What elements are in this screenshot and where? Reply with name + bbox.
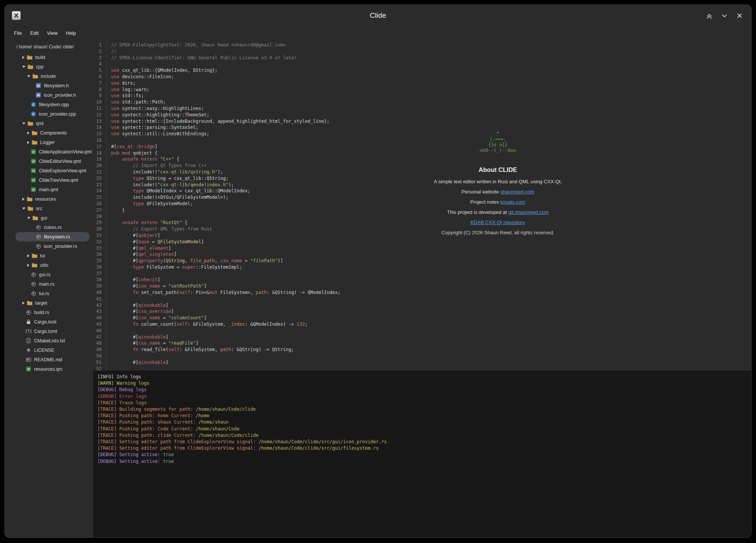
tree-item-target[interactable]: target [15,298,90,308]
line-number: 18 [93,150,106,156]
tree-item-clideapplicationview-qml[interactable]: QtClideApplicationView.qml [15,147,90,156]
tree-item-resources[interactable]: resources [15,194,90,204]
menu-file[interactable]: File [10,29,26,37]
chevron-right-icon[interactable] [27,264,29,267]
chevron-down-icon[interactable] [22,207,25,210]
tree-item-cargo-toml[interactable]: [T]Cargo.toml [15,326,90,336]
link-git-shaunreed-com[interactable]: git.shaunreed.com [508,209,549,215]
tree-item-icon-provider-cpp[interactable]: Cicon_provider.cpp [15,109,90,119]
code-line-text [106,353,111,359]
menu-view[interactable]: View [43,29,61,37]
tree-item-license[interactable]: LICENSE [15,345,90,355]
code-line-text: unsafe extern "RustQt" { [106,220,187,226]
code-line: 51 #[qinvokable] [93,359,751,366]
line-number: 52 [93,366,106,371]
tree-item-build-rs[interactable]: Rbuild.rs [15,308,90,317]
line-number: 30 [93,226,106,232]
menu-edit[interactable]: Edit [26,29,42,37]
log-line: [TRACE] Setting editor path from ClideEx… [97,439,747,445]
code-line: 39 #[cxx_name = "setRootPath"] [93,283,751,289]
tree-item-label: resources [35,196,56,202]
link-kdab-cxx-qt-repository[interactable]: KDAB CXX-Qt repository [470,220,525,225]
tree-item-src[interactable]: src [15,204,90,213]
title-bar[interactable]: Clide [5,5,751,26]
chevron-down-icon[interactable] [27,75,30,77]
code-line-text [106,61,111,67]
tree-item-label: Cargo.lock [34,319,57,325]
tree-item-main-rs[interactable]: Rmain.rs [15,279,90,289]
lock-icon [25,319,32,325]
tree-item-cpp[interactable]: cpp [15,62,90,71]
tree-item-logger[interactable]: Logger [15,138,90,147]
close-button[interactable] [734,11,744,20]
tree-item-resources-qrc[interactable]: Qtresources.qrc [15,364,90,374]
line-number: 31 [93,232,106,239]
chevron-right-icon[interactable] [27,141,29,144]
tree-item-include[interactable]: include [15,71,90,81]
tree-item-colors-rs[interactable]: Rcolors.rs [15,223,90,232]
line-number: 17 [93,144,106,150]
code-editor[interactable]: 1// SPDX-FileCopyrightText: 2026, Shaun … [93,40,751,371]
tree-item-filesystem-rs[interactable]: Rfilesystem.rs [15,232,90,241]
code-line-text: #[cxx_qt::bridge] [106,144,158,150]
tree-item-filesystem-cpp[interactable]: Cfilesystem.cpp [15,100,90,109]
folder-icon [26,54,33,60]
tree-item-utils[interactable]: utils [15,260,90,270]
line-number: 3 [93,55,106,61]
line-number: 50 [93,353,106,359]
code-line-text: use std::fs; [106,93,144,99]
minimize-button[interactable] [719,11,729,20]
log-line: [DEBUG] Setting active: true [97,458,747,465]
license-icon [25,347,32,353]
log-panel[interactable]: [INFO] Info logs[WARN] Warning logs[DEBU… [93,371,751,537]
tree-item-build[interactable]: build [15,53,90,62]
code-line-text: type QFileSystemModel; [106,201,193,207]
tree-item-cmakelists-txt[interactable]: CMakeLists.txt [15,336,90,345]
tree-item-icon-provider-h[interactable]: Hicon_provider.h [15,90,90,100]
tree-item-qml[interactable]: qml [15,119,90,128]
chevron-right-icon[interactable] [27,254,29,257]
tree-item-label: src [36,206,42,211]
menu-help[interactable]: Help [62,29,80,37]
ascii-art-logo: * |.===. {}o o{} -ooO--(_)--Ooo- [377,131,619,153]
log-line: [TRACE] Trace logs [97,400,747,406]
rust-icon: R [30,281,37,287]
line-number: 32 [93,239,106,245]
link-shaunreed-com[interactable]: shaunreed.com [500,189,534,195]
tree-item-clidetreeview-qml[interactable]: QtClideTreeView.qml [15,175,90,185]
tree-item-readme-md[interactable]: M↓README.md [15,355,90,364]
line-number: 48 [93,340,106,347]
link-knoats-com[interactable]: knoats.com [500,199,525,205]
chevron-right-icon[interactable] [22,56,25,59]
chevron-down-icon[interactable] [27,217,30,219]
tree-item-main-qml[interactable]: Qtmain.qml [15,185,90,194]
chevron-right-icon[interactable] [22,302,25,305]
tree-item-cargo-lock[interactable]: Cargo.lock [15,317,90,326]
tree-item-icon-provider-rs[interactable]: Ricon_provider.rs [15,241,90,251]
folder-icon [26,300,33,306]
tree-item-label: cpp [36,64,43,70]
tree-item-gui[interactable]: gui [15,213,90,223]
chevron-down-icon[interactable] [22,122,25,125]
chevron-right-icon[interactable] [27,131,29,135]
qt-icon: Qt [30,149,37,155]
tree-item-clideexplorerview-qml[interactable]: QtClideExplorerView.qml [15,166,90,175]
tree-item-tui[interactable]: tui [15,251,90,260]
tree-item-clideeditorview-qml[interactable]: QtClideEditorView.qml [15,156,90,166]
maximize-button[interactable] [704,11,714,20]
code-line: 50 [93,353,751,359]
tree-item-tui-rs[interactable]: Rtui.rs [15,289,90,298]
chevron-right-icon[interactable] [22,198,25,201]
tree-item-filesystem-h[interactable]: Hfilesystem.h [15,81,90,90]
tree-item-components[interactable]: Components [15,128,90,138]
breadcrumb[interactable]: / home/ shaun/ Code/ clide/ [5,43,93,53]
chevron-down-icon[interactable] [22,66,25,68]
line-number: 19 [93,156,106,162]
tree-item-label: README.md [34,357,62,362]
about-text: This project is developed at [447,209,508,215]
qt-icon: Qt [25,366,32,372]
code-line-text: use syntect::highlighting::ThemeSet; [106,112,209,118]
tree-item-gui-rs[interactable]: Rgui.rs [15,270,90,279]
close-icon [736,12,743,19]
code-line-text: include!("cxx-qt-lib/qmodelindex.h"); [106,182,234,188]
